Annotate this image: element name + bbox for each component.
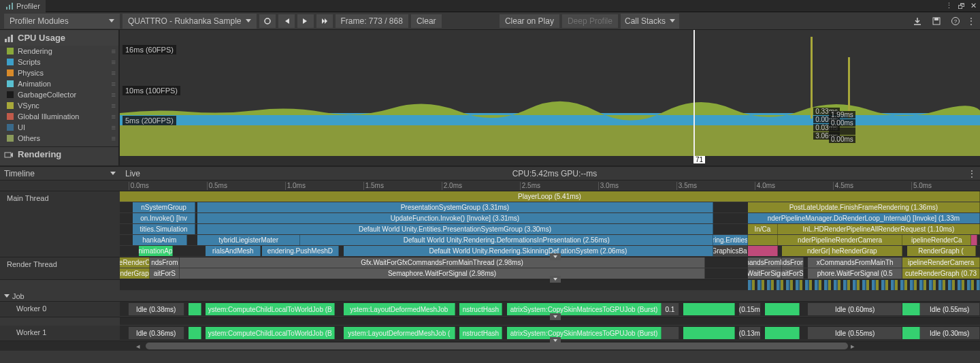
timeline-bar[interactable]: aitForS [782, 268, 804, 279]
chart-footer[interactable]: 71 [120, 156, 980, 165]
timeline-bar[interactable]: Default World Unity.Rendering.SkinningDe… [344, 246, 714, 256]
chart-playhead[interactable] [693, 30, 695, 165]
close-icon[interactable]: ✕ [968, 1, 979, 12]
timeline-bar[interactable]: PlayerLoop (5.41ms) [120, 191, 980, 202]
timeline-bar[interactable]: hankaAnim [133, 235, 187, 245]
timeline-bar[interactable]: (0.13m [739, 327, 761, 339]
timeline-bar[interactable]: nderGr| heRenderGrap [782, 246, 902, 256]
drag-handle-icon[interactable]: ≡ [112, 47, 114, 55]
timeline-bar[interactable]: e.WaitForSigna [748, 268, 783, 279]
timeline-ruler[interactable]: 0.0ms0.5ms1.0ms1.5ms2.0ms2.5ms3.0ms3.5ms… [0, 180, 980, 191]
timeline-bar[interactable]: atrixSystem:CopySkinMatricesToGPUJob (Bu… [507, 303, 662, 315]
timeline-bar[interactable] [902, 303, 919, 315]
timeline-bar[interactable]: nstructHash [459, 327, 502, 339]
category-vsync[interactable]: VSync≡ [0, 100, 118, 111]
timeline-bar[interactable]: Idle (0.55ms) [808, 327, 902, 339]
timeline-bar[interactable]: endering.PushMeshD [262, 246, 340, 256]
timeline-bar[interactable]: ipelineRenderCa [902, 235, 971, 245]
category-physics[interactable]: Physics≡ [0, 67, 118, 78]
clear-button[interactable]: Clear [411, 14, 442, 28]
timeline-bar[interactable]: Gfx.WaitForGfxCommandsFromMainThread (2.… [180, 257, 704, 268]
timeline-bar[interactable] [971, 235, 977, 245]
scroll-left-icon[interactable]: ◂ [136, 342, 143, 351]
timeline-mode-dropdown[interactable]: Timeline [4, 169, 35, 178]
drag-handle-icon[interactable]: ≡ [112, 134, 114, 142]
timeline-bar[interactable]: ystem:LayoutDeformedMeshJob ( [344, 327, 455, 339]
cpu-chart[interactable]: 16ms (60FPS) 10ms (100FPS) 5ms (200FPS) … [120, 30, 980, 165]
timeline-bar[interactable]: cuteRenderGraph (0.73 [902, 268, 980, 279]
call-stacks-dropdown[interactable]: Call Stacks [621, 14, 679, 29]
timeline-bar[interactable]: enderGraph [120, 268, 150, 279]
expand-toggle[interactable] [550, 337, 561, 344]
timeline-bar[interactable]: Idle (0.30ms) [920, 327, 980, 339]
timeline-bar[interactable]: In/Ca [748, 224, 778, 234]
timeline-bar[interactable] [683, 327, 735, 339]
next-frame-button[interactable] [297, 14, 314, 28]
expand-toggle[interactable] [550, 313, 561, 320]
deep-profile-button[interactable]: Deep Profile [562, 14, 618, 28]
target-dropdown[interactable]: QUATTRO - Rukhanka Sample [122, 14, 257, 29]
timeline-bar[interactable]: nimationAp [139, 246, 174, 256]
timeline-bar[interactable]: rialsAndMesh [206, 246, 261, 256]
record-button[interactable] [259, 14, 276, 28]
frame-indicator[interactable]: Frame: 773 / 868 [336, 14, 408, 28]
job-group-header[interactable]: Job [0, 291, 980, 302]
category-garbagecollector[interactable]: GarbageCollector≡ [0, 89, 118, 100]
horizontal-scrollbar[interactable]: ◂ ▸ [0, 341, 980, 351]
category-scripts[interactable]: Scripts≡ [0, 57, 118, 67]
menu-icon[interactable]: ⋮ [943, 1, 954, 12]
timeline-bar[interactable]: Idle (0.38ms) [129, 303, 184, 315]
timeline-bar[interactable]: ystem:ComputeChildLocalToWorldJob (B [206, 303, 335, 315]
live-button[interactable]: Live [120, 169, 146, 178]
drag-handle-icon[interactable]: ≡ [112, 91, 114, 99]
category-global illumination[interactable]: Global Illumination≡ [0, 111, 118, 122]
timeline-bar[interactable]: 0.1 [662, 303, 679, 315]
scrollbar-thumb[interactable] [146, 343, 848, 349]
timeline-bar[interactable]: ystem:ComputeChildLocalToWorldJob (B [206, 327, 335, 339]
expand-toggle[interactable] [550, 276, 561, 283]
drag-handle-icon[interactable]: ≡ [112, 101, 114, 110]
timeline-bar[interactable]: beRenderCa [120, 257, 150, 268]
category-animation[interactable]: Animation≡ [0, 78, 118, 89]
save-button[interactable] [928, 14, 945, 28]
timeline-bar[interactable]: ring.Entities [713, 235, 748, 245]
timeline-bar[interactable] [902, 327, 919, 339]
timeline-bar[interactable]: nderPipelineRenderCamera [778, 235, 902, 245]
timeline-bar[interactable]: Default World Unity.Entities.Presentatio… [197, 224, 713, 234]
tab-profiler[interactable]: Profiler [0, 0, 46, 12]
timeline-bar[interactable]: phore.WaitForSignal (0.5 [808, 268, 902, 279]
timeline-bar[interactable]: Default World Unity.Rendering.Deformatio… [300, 235, 713, 245]
load-button[interactable] [909, 14, 926, 28]
timeline-bar[interactable]: Idle (0.55ms) [920, 303, 980, 315]
timeline-bar[interactable]: nderPipelineManager.DoRenderLoop_Interna… [748, 213, 980, 223]
drag-handle-icon[interactable]: ≡ [112, 69, 114, 77]
expand-toggle[interactable] [550, 253, 561, 260]
drag-handle-icon[interactable]: ≡ [112, 58, 114, 66]
drag-handle-icon[interactable]: ≡ [112, 80, 114, 88]
timeline-bar[interactable] [683, 303, 735, 315]
category-rendering[interactable]: Rendering≡ [0, 46, 118, 57]
timeline-bar[interactable]: RenderGraph ( [907, 246, 976, 256]
drag-handle-icon[interactable]: ≡ [112, 112, 114, 121]
rendering-module-header[interactable]: Rendering [0, 146, 118, 161]
context-menu-button[interactable]: ⋮ [966, 14, 976, 28]
timeline-bar[interactable]: on.Invoke() [Inv [133, 213, 195, 223]
clear-on-play-button[interactable]: Clear on Play [500, 14, 559, 28]
drag-handle-icon[interactable]: ≡ [112, 123, 114, 131]
last-frame-button[interactable] [316, 14, 333, 28]
timeline-bar[interactable]: PostLateUpdate.FinishFrameRendering (1.3… [748, 202, 980, 212]
prev-frame-button[interactable] [278, 14, 295, 28]
cpu-usage-header[interactable]: CPU Usage [0, 30, 118, 46]
restore-icon[interactable]: 🗗 [956, 1, 966, 12]
timeline-bar[interactable]: tities.Simulation [133, 224, 195, 234]
help-button[interactable]: ? [947, 14, 964, 28]
timeline-bar[interactable]: GraphicsBat [713, 246, 748, 256]
category-ui[interactable]: UI≡ [0, 122, 118, 133]
timeline-bar[interactable] [662, 327, 679, 339]
timeline-bar[interactable]: InL.HDRenderPipelineAllRenderRequest (1.… [778, 224, 980, 234]
timeline-bar[interactable]: (0.15m [739, 303, 761, 315]
timeline-bar[interactable]: ystem:LayoutDeformedMeshJob [344, 303, 455, 315]
timeline-bar[interactable] [765, 303, 800, 315]
category-others[interactable]: Others≡ [0, 133, 118, 144]
timeline-bar[interactable]: ipelineRenderCamera [902, 257, 980, 268]
